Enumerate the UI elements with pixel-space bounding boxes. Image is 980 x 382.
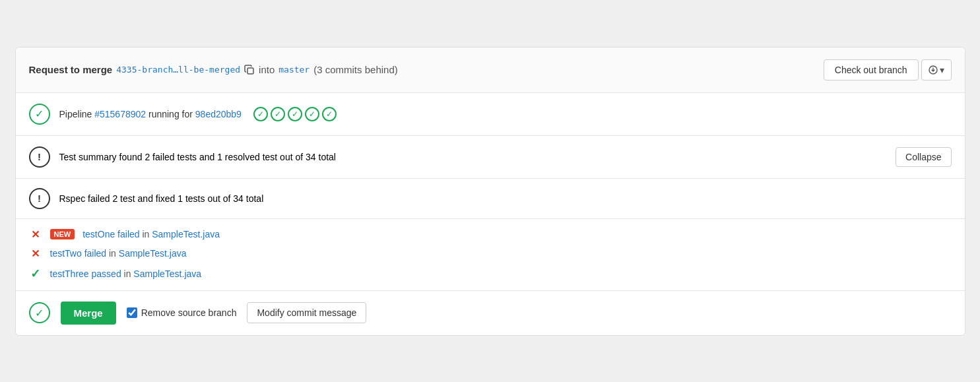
test-summary-text: Test summary found 2 failed tests and 1 … bbox=[59, 152, 336, 162]
fail-icon-1: ✕ bbox=[29, 228, 42, 241]
pipeline-check-4[interactable]: ✓ bbox=[305, 107, 319, 121]
test-one-link[interactable]: testOne failed bbox=[82, 229, 139, 239]
request-to-merge-label: Request to merge bbox=[29, 64, 113, 75]
new-badge: New bbox=[50, 229, 75, 239]
test-item-text-2: testTwo failed in SampleTest.java bbox=[50, 248, 187, 259]
modify-commit-message-button[interactable]: Modify commit message bbox=[247, 302, 366, 323]
pipeline-row: ✓ Pipeline #515678902 running for 98ed20… bbox=[16, 93, 965, 136]
test-summary-left: ! Test summary found 2 failed tests and … bbox=[29, 146, 336, 168]
merge-status-icon: ✓ bbox=[29, 302, 50, 323]
test-item-text-3: testThree passed in SampleTest.java bbox=[50, 269, 202, 279]
test-three-in: in bbox=[124, 269, 131, 279]
collapse-button[interactable]: Collapse bbox=[896, 147, 951, 167]
pipeline-link[interactable]: #515678902 bbox=[94, 109, 146, 119]
commit-link[interactable]: 98ed20bb9 bbox=[195, 109, 242, 119]
test-two-in: in bbox=[109, 248, 116, 259]
warning-icon: ! bbox=[29, 146, 50, 168]
test-three-file[interactable]: SampleTest.java bbox=[133, 269, 201, 279]
commits-behind: (3 commits behind) bbox=[313, 64, 398, 75]
test-item: ✕ New testOne failed in SampleTest.java bbox=[29, 228, 952, 241]
checkout-dropdown-button[interactable]: ▾ bbox=[921, 59, 952, 80]
pipeline-text: Pipeline #515678902 running for 98ed20bb… bbox=[59, 109, 242, 119]
rspec-row: ! Rspec failed 2 test and fixed 1 tests … bbox=[16, 179, 965, 219]
test-one-file[interactable]: SampleTest.java bbox=[152, 229, 220, 239]
test-item-text-1: testOne failed in SampleTest.java bbox=[82, 229, 220, 239]
test-two-file[interactable]: SampleTest.java bbox=[119, 248, 187, 259]
test-summary-row: ! Test summary found 2 failed tests and … bbox=[16, 136, 965, 179]
pipeline-status-icon: ✓ bbox=[29, 104, 50, 125]
merge-request-card: Request to merge 4335-branch…ll-be-merge… bbox=[15, 47, 965, 336]
svg-rect-0 bbox=[247, 68, 253, 74]
header-left: Request to merge 4335-branch…ll-be-merge… bbox=[29, 64, 398, 75]
header-row: Request to merge 4335-branch…ll-be-merge… bbox=[16, 48, 965, 93]
remove-source-branch-text: Remove source branch bbox=[141, 307, 237, 318]
remove-source-branch-label[interactable]: Remove source branch bbox=[127, 307, 237, 318]
pass-icon-3: ✓ bbox=[29, 267, 42, 281]
test-one-in: in bbox=[142, 229, 149, 239]
source-branch-link[interactable]: 4335-branch…ll-be-merged bbox=[116, 65, 240, 75]
merge-row: ✓ Merge Remove source branch Modify comm… bbox=[16, 291, 965, 335]
test-two-link[interactable]: testTwo failed bbox=[50, 248, 107, 259]
pipeline-check-2[interactable]: ✓ bbox=[271, 107, 285, 121]
checkout-branch-button[interactable]: Check out branch bbox=[824, 59, 919, 80]
pipeline-prefix: Pipeline bbox=[59, 109, 92, 119]
test-item: ✓ testThree passed in SampleTest.java bbox=[29, 267, 952, 281]
header-right: Check out branch ▾ bbox=[824, 59, 952, 80]
test-item: ✕ testTwo failed in SampleTest.java bbox=[29, 247, 952, 260]
fail-icon-2: ✕ bbox=[29, 247, 42, 260]
pipeline-running-for: running for bbox=[148, 109, 195, 119]
rspec-text: Rspec failed 2 test and fixed 1 tests ou… bbox=[59, 193, 264, 204]
rspec-warning-icon: ! bbox=[29, 188, 50, 209]
test-results-section: ✕ New testOne failed in SampleTest.java … bbox=[16, 219, 965, 291]
into-label: into bbox=[259, 64, 275, 75]
target-branch-link[interactable]: master bbox=[278, 65, 310, 75]
pipeline-check-3[interactable]: ✓ bbox=[288, 107, 302, 121]
dropdown-arrow-icon: ▾ bbox=[940, 65, 944, 75]
merge-button[interactable]: Merge bbox=[61, 302, 116, 325]
cloud-download-icon bbox=[929, 65, 938, 75]
remove-source-branch-checkbox[interactable] bbox=[127, 307, 137, 318]
pipeline-checks: ✓ ✓ ✓ ✓ ✓ bbox=[253, 107, 337, 121]
copy-branch-icon[interactable] bbox=[244, 65, 255, 75]
pipeline-check-symbol: ✓ bbox=[35, 108, 44, 120]
pipeline-check-1[interactable]: ✓ bbox=[253, 107, 268, 121]
test-three-link[interactable]: testThree passed bbox=[50, 269, 121, 279]
pipeline-check-5[interactable]: ✓ bbox=[322, 107, 337, 121]
